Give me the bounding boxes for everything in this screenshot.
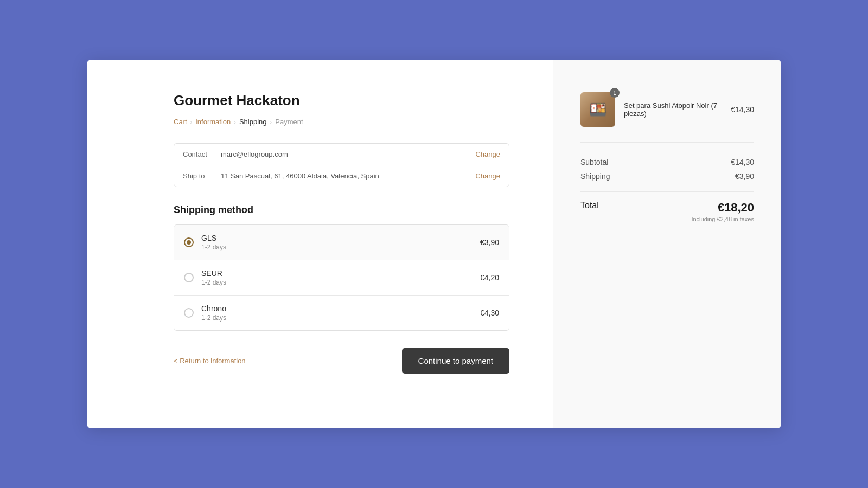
breadcrumb: Cart › Information › Shipping › Payment bbox=[174, 118, 509, 126]
shipping-value: €3,90 bbox=[735, 172, 754, 181]
product-image: 🍱 bbox=[580, 92, 615, 127]
shipto-change-button[interactable]: Change bbox=[475, 172, 500, 180]
shipping-option-gls[interactable]: GLS 1-2 days €3,90 bbox=[174, 225, 509, 260]
contact-row: Contact marc@ellogroup.com Change bbox=[174, 144, 509, 165]
breadcrumb-sep-2: › bbox=[234, 119, 236, 125]
radio-chrono bbox=[184, 308, 194, 318]
total-label: Total bbox=[580, 201, 599, 222]
product-image-wrap: 🍱 1 bbox=[580, 92, 615, 127]
subtotal-row: Subtotal €14,30 bbox=[580, 158, 754, 166]
breadcrumb-sep-1: › bbox=[190, 119, 193, 125]
checkout-container: Gourmet Hackaton Cart › Information › Sh… bbox=[87, 60, 781, 428]
shipping-options: GLS 1-2 days €3,90 SEUR 1-2 days €4,20 C… bbox=[174, 224, 509, 331]
gls-name: GLS bbox=[201, 234, 480, 242]
radio-gls bbox=[184, 237, 194, 247]
chrono-info: Chrono 1-2 days bbox=[201, 304, 480, 322]
total-price: €18,20 bbox=[691, 201, 754, 215]
shipping-row: Shipping €3,90 bbox=[580, 172, 754, 181]
left-panel: Gourmet Hackaton Cart › Information › Sh… bbox=[87, 60, 553, 428]
contact-change-button[interactable]: Change bbox=[475, 150, 500, 158]
shipping-option-chrono[interactable]: Chrono 1-2 days €4,30 bbox=[174, 295, 509, 330]
radio-seur bbox=[184, 273, 194, 282]
product-row: 🍱 1 Set para Sushi Atopoir Noir (7 pieza… bbox=[580, 92, 754, 143]
seur-name: SEUR bbox=[201, 269, 480, 278]
return-to-information-button[interactable]: < Return to information bbox=[174, 357, 246, 365]
store-title: Gourmet Hackaton bbox=[174, 92, 509, 109]
continue-to-payment-button[interactable]: Continue to payment bbox=[402, 348, 509, 374]
shipping-method-title: Shipping method bbox=[174, 204, 509, 216]
total-row: Total €18,20 Including €2,48 in taxes bbox=[580, 191, 754, 222]
chrono-name: Chrono bbox=[201, 304, 480, 313]
subtotal-value: €14,30 bbox=[731, 158, 754, 166]
gls-price: €3,90 bbox=[480, 238, 499, 247]
chrono-price: €4,30 bbox=[480, 309, 499, 317]
breadcrumb-shipping: Shipping bbox=[239, 118, 267, 126]
product-name: Set para Sushi Atopoir Noir (7 piezas) bbox=[624, 101, 722, 118]
subtotal-label: Subtotal bbox=[580, 158, 608, 166]
seur-price: €4,20 bbox=[480, 273, 499, 282]
breadcrumb-information[interactable]: Information bbox=[195, 118, 231, 126]
footer-actions: < Return to information Continue to paym… bbox=[174, 348, 509, 374]
gls-days: 1-2 days bbox=[201, 243, 480, 251]
chrono-days: 1-2 days bbox=[201, 314, 480, 322]
seur-days: 1-2 days bbox=[201, 279, 480, 286]
shipping-label: Shipping bbox=[580, 172, 610, 181]
contact-label: Contact bbox=[183, 150, 221, 158]
tax-note: Including €2,48 in taxes bbox=[691, 216, 754, 222]
breadcrumb-payment: Payment bbox=[275, 118, 303, 126]
shipto-value: 11 San Pascual, 61, 46000 Aldaia, Valenc… bbox=[221, 172, 475, 180]
info-card: Contact marc@ellogroup.com Change Ship t… bbox=[174, 143, 509, 187]
shipto-row: Ship to 11 San Pascual, 61, 46000 Aldaia… bbox=[174, 165, 509, 187]
right-panel: 🍱 1 Set para Sushi Atopoir Noir (7 pieza… bbox=[553, 60, 781, 428]
total-right: €18,20 Including €2,48 in taxes bbox=[691, 201, 754, 222]
breadcrumb-sep-3: › bbox=[270, 119, 272, 125]
breadcrumb-cart[interactable]: Cart bbox=[174, 118, 187, 126]
gls-info: GLS 1-2 days bbox=[201, 234, 480, 251]
contact-value: marc@ellogroup.com bbox=[221, 150, 475, 158]
shipto-label: Ship to bbox=[183, 172, 221, 180]
product-price: €14,30 bbox=[731, 105, 754, 114]
product-badge: 1 bbox=[610, 88, 620, 98]
shipping-option-seur[interactable]: SEUR 1-2 days €4,20 bbox=[174, 260, 509, 295]
seur-info: SEUR 1-2 days bbox=[201, 269, 480, 286]
